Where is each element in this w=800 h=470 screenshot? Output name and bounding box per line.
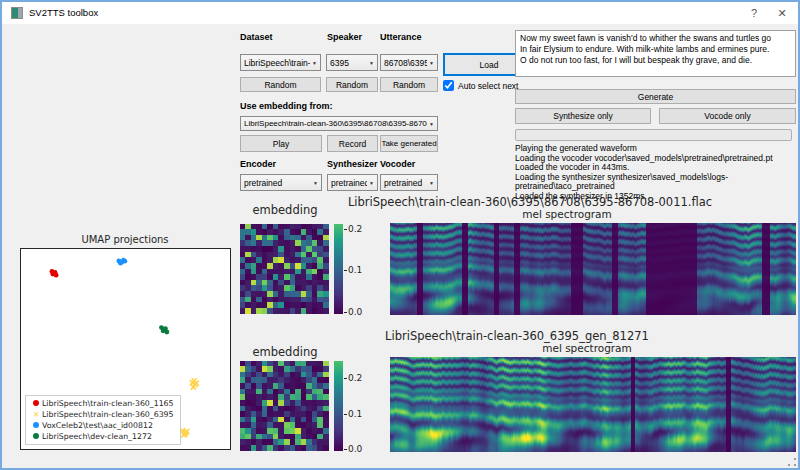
encoder-label: Encoder	[240, 159, 276, 169]
embedding-heatmap-1	[240, 224, 329, 314]
resize-grip[interactable]	[788, 458, 796, 466]
app-window: SV2TTS toolbox ? ✕ Dataset Speaker Utter…	[0, 0, 800, 470]
spectrogram-title-1: LibriSpeech\train-clean-360\6395\86708\6…	[335, 195, 725, 209]
colorbar-tick: 0.1	[344, 265, 362, 275]
title-bar[interactable]: SV2TTS toolbox ? ✕	[2, 2, 798, 24]
colorbar-1	[334, 224, 343, 314]
legend-item: LibriSpeech\train-clean-360_1165	[30, 398, 176, 409]
dataset-label: Dataset	[240, 32, 273, 42]
embedding-title-1: embedding	[240, 203, 330, 217]
embedding-source-combobox[interactable]: LibriSpeech\train-clean-360\6395\86708\6…	[240, 116, 438, 131]
mel-spectrogram-1	[390, 223, 796, 315]
colorbar-tick: 0.2	[344, 373, 362, 383]
vocoder-combobox-value: pretrained	[384, 178, 427, 188]
colorbar-2	[334, 361, 343, 451]
chevron-down-icon: ▼	[312, 60, 317, 66]
legend-item: LibriSpeech\dev-clean_1272	[30, 431, 176, 442]
speaker-combobox-value: 6395	[330, 58, 367, 68]
synthesize-only-button[interactable]: Synthesize only	[515, 108, 651, 124]
colorbar-tick: 0.0	[344, 307, 362, 317]
chevron-down-icon: ▼	[429, 121, 434, 127]
vocoder-combobox[interactable]: pretrained ▼	[380, 174, 438, 191]
close-icon[interactable]: ✕	[767, 2, 797, 24]
use-embedding-label: Use embedding from:	[240, 101, 333, 111]
chevron-down-icon: ▼	[369, 180, 374, 186]
embedding-title-2: embedding	[240, 345, 330, 359]
embedding-heatmap-2	[240, 361, 329, 451]
legend-marker	[30, 422, 42, 430]
chevron-down-icon: ▼	[313, 180, 318, 186]
random-utterance-button[interactable]: Random	[380, 77, 438, 92]
chevron-down-icon: ▼	[429, 180, 434, 186]
spectrogram-subtitle-1: mel spectrogram	[422, 208, 712, 220]
embedding-source-value: LibriSpeech\train-clean-360\6395\86708\6…	[244, 119, 427, 128]
progress-bar	[515, 129, 792, 141]
dataset-combobox-value: LibriSpeech\train-cle	[244, 58, 310, 68]
chevron-down-icon: ▼	[369, 60, 374, 66]
umap-title: UMAP projections	[50, 234, 200, 245]
status-log: Playing the generated waveform Loading t…	[515, 144, 800, 202]
take-generated-button[interactable]: Take generated	[380, 135, 438, 152]
colorbar-tick: 0.0	[344, 444, 362, 454]
auto-select-checkbox[interactable]	[443, 80, 454, 91]
random-dataset-button[interactable]: Random	[240, 77, 321, 92]
legend-label: LibriSpeech\train-clean-360_6395	[42, 410, 174, 419]
umap-legend: LibriSpeech\train-clean-360_1165 ✕ Libri…	[25, 395, 181, 445]
umap-plot: LibriSpeech\train-clean-360_1165 ✕ Libri…	[20, 248, 231, 450]
generate-button[interactable]: Generate	[515, 89, 796, 104]
spectrogram-title-2: LibriSpeech\train-clean-360_6395_gen_812…	[332, 329, 702, 343]
legend-marker	[30, 400, 42, 408]
play-button[interactable]: Play	[240, 135, 322, 152]
encoder-combobox-value: pretrained	[244, 178, 311, 188]
colorbar-tick: 0.2	[344, 224, 362, 234]
legend-item: VoxCeleb2\test\aac_id00812	[30, 420, 176, 431]
window-title: SV2TTS toolbox	[29, 7, 98, 18]
utterance-label: Utterance	[380, 32, 422, 42]
generation-text-input[interactable]: Now my sweet fawn is vanish'd to whither…	[515, 30, 796, 77]
utterance-combobox-value: 86708\6395	[384, 58, 427, 68]
dataset-combobox[interactable]: LibriSpeech\train-cle ▼	[240, 54, 321, 71]
chevron-down-icon: ▼	[429, 60, 434, 66]
legend-item: ✕ LibriSpeech\train-clean-360_6395	[30, 409, 176, 420]
synthesizer-label: Synthesizer	[327, 159, 378, 169]
legend-label: LibriSpeech\dev-clean_1272	[42, 432, 152, 441]
encoder-combobox[interactable]: pretrained ▼	[240, 174, 322, 191]
utterance-combobox[interactable]: 86708\6395 ▼	[380, 54, 438, 71]
help-button[interactable]: ?	[739, 2, 769, 24]
spectrogram-subtitle-2: mel spectrogram	[442, 342, 732, 354]
random-speaker-button[interactable]: Random	[326, 77, 378, 92]
speaker-combobox[interactable]: 6395 ▼	[326, 54, 378, 71]
synthesizer-combobox-value: pretrained	[331, 178, 367, 188]
legend-label: VoxCeleb2\test\aac_id00812	[42, 421, 153, 430]
legend-marker: ✕	[30, 411, 42, 419]
speaker-label: Speaker	[327, 32, 362, 42]
log-line: Loading the synthesizer synthesizer\save…	[515, 173, 800, 192]
vocode-only-button[interactable]: Vocode only	[659, 108, 796, 124]
record-button[interactable]: Record	[327, 135, 378, 152]
mel-spectrogram-2	[390, 357, 796, 452]
synthesizer-combobox[interactable]: pretrained ▼	[327, 174, 378, 191]
vocoder-label: Vocoder	[380, 159, 415, 169]
app-icon	[11, 7, 23, 19]
legend-label: LibriSpeech\train-clean-360_1165	[42, 399, 174, 408]
colorbar-tick: 0.1	[344, 409, 362, 419]
legend-marker	[30, 433, 42, 441]
auto-select-label: Auto select next	[458, 81, 518, 91]
